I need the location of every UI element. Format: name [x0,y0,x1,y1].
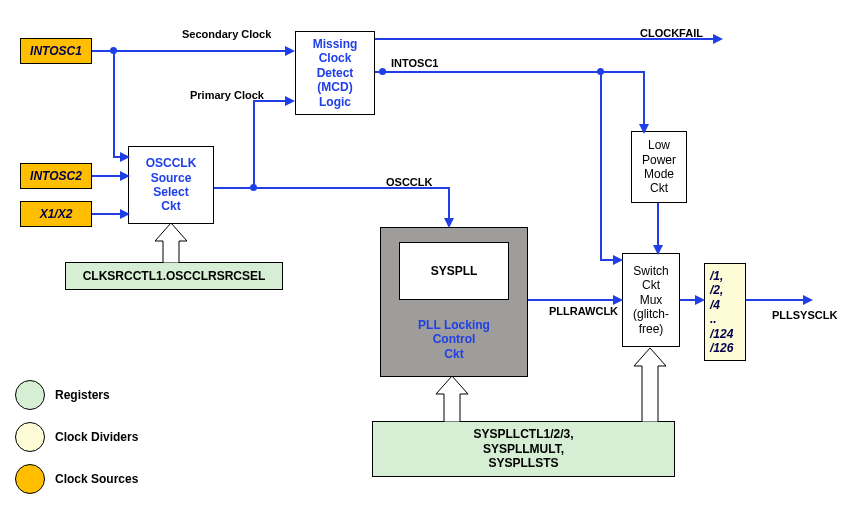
line-x1x2 [92,213,122,215]
svg-marker-2 [634,348,666,422]
arrow-clockfail [713,34,723,44]
register-syspll-regs: SYSPLLCTL1/2/3, SYSPLLMULT, SYSPLLSTS [372,421,675,477]
block-divider: /1, /2, /4 .. /124 /126 [704,263,746,361]
dot-mcd-intosc1 [379,68,386,75]
arrow-pllsysclk [803,295,813,305]
legend-registers-label: Registers [55,388,110,402]
arrow-x1x2 [120,209,130,219]
block-oscclk-select: OSCCLK Source Select Ckt [128,146,214,224]
label-pllrawclk: PLLRAWCLK [549,305,618,317]
line-intosc1-down [113,50,115,158]
line-intosc1-lpm [643,71,645,128]
line-oscclk-out [214,187,254,189]
block-mcd: Missing Clock Detect (MCD) Logic [295,31,375,115]
line-intosc1-mux [600,71,602,261]
wide-arrow-syspll-mux [630,348,670,422]
label-intosc1-signal: INTOSC1 [391,57,438,69]
block-switch-mux: Switch Ckt Mux (glitch- free) [622,253,680,347]
svg-marker-1 [436,376,468,422]
arrow-intosc1-lpm [639,124,649,134]
legend-sources-icon [15,464,45,494]
line-intosc1-mcd [92,50,287,52]
source-intosc1: INTOSC1 [20,38,92,64]
svg-marker-0 [155,223,187,263]
legend-dividers-icon [15,422,45,452]
arrow-mux-div [695,295,705,305]
arrow-primary-mcd [285,96,295,106]
line-mcd-intosc1 [375,71,645,73]
arrow-lpm-mux [653,245,663,255]
line-oscclk-down [448,187,450,221]
line-primary-up [253,100,255,189]
legend-sources-label: Clock Sources [55,472,138,486]
pll-container: SYSPLL PLL Locking Control Ckt [380,227,528,377]
arrow-intosc1-mcd [285,46,295,56]
line-lpm-mux [657,203,659,248]
dot-intosc1-branch [597,68,604,75]
block-syspll: SYSPLL [399,242,509,300]
line-primary-right [253,100,288,102]
legend-dividers-label: Clock Dividers [55,430,138,444]
line-pllraw [528,299,616,301]
line-pllsysclk [746,299,806,301]
arrow-intosc1-select [120,152,130,162]
block-lpm: Low Power Mode Ckt [631,131,687,203]
arrow-pllraw [613,295,623,305]
line-intosc2 [92,175,122,177]
wide-arrow-syspll-pll [432,376,472,422]
register-clksrcctl: CLKSRCCTL1.OSCCLRSRCSEL [65,262,283,290]
source-x1x2: X1/X2 [20,201,92,227]
legend-registers-icon [15,380,45,410]
block-pll-control: PLL Locking Control Ckt [381,318,527,361]
arrow-oscclk-pll [444,218,454,228]
source-intosc2: INTOSC2 [20,163,92,189]
arrow-intosc1-mux [613,255,623,265]
wide-arrow-clksrcctl [151,223,191,263]
line-oscclk-pll [253,187,450,189]
arrow-intosc2 [120,171,130,181]
label-pllsysclk: PLLSYSCLK [772,309,837,321]
label-secondary-clock: Secondary Clock [182,28,271,40]
line-clockfail [375,38,715,40]
